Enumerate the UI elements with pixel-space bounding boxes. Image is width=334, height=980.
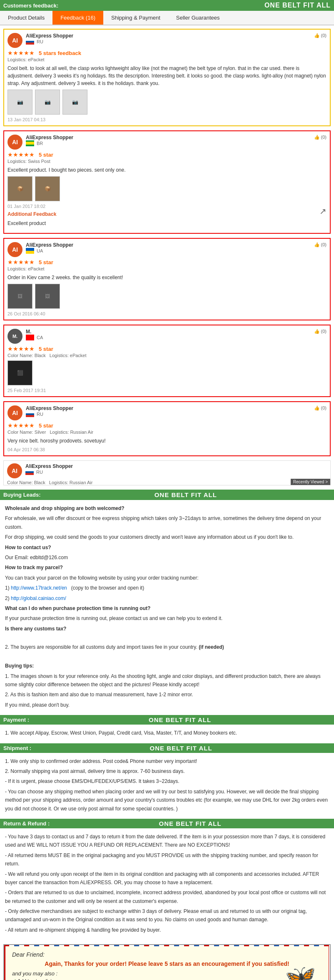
country-code: RU <box>36 470 43 475</box>
bl-line-1: Wholesale and drop shipping are both wel… <box>5 504 329 512</box>
review-card: 👍 (0) AI AliExpress Shopper UA ★★★★★ 5 s… <box>3 238 331 320</box>
bl-line-8: 1) http://www.17track.net/en (copy to th… <box>5 584 329 592</box>
buying-leads-label: Buying Leads: <box>3 492 41 498</box>
return-title: ONE BELT FIT ALL <box>159 820 222 827</box>
additional-feedback-text: Excellent product <box>7 220 327 227</box>
tab-shipping-payment[interactable]: Shipping & Payment <box>103 11 168 25</box>
butterfly-icon: 🦋 <box>285 963 316 980</box>
review-date: 04 Apr 2017 06:38 <box>7 447 327 452</box>
review-images: 🖼 🖼 <box>7 284 327 309</box>
buying-leads-header: Buying Leads: ONE BELT FIT ALL <box>0 490 334 500</box>
tab-product-details[interactable]: Product Details <box>0 11 52 25</box>
review-date: 01 Jan 2017 18:02 <box>7 204 327 209</box>
color-info: Color Name: Black Logistics: ePacket <box>7 353 327 358</box>
review-image: 📷 <box>35 90 60 115</box>
rr-line-3: - We will refund you only upon receipt o… <box>5 870 329 887</box>
reviewer-name: AliExpress Shopper <box>26 242 73 248</box>
tab-seller-guarantees[interactable]: Seller Guarantees <box>168 11 228 25</box>
reviewer-name: AliExpress Shopper <box>25 463 73 469</box>
avatar: AI <box>7 135 22 150</box>
review-image: 📦 <box>35 176 60 201</box>
review-card-partial: AI AliExpress Shopper RU Color Name: Bla… <box>3 460 331 485</box>
rating-label: 5 star <box>39 346 53 352</box>
review-date: 13 Jan 2017 04:13 <box>7 117 327 122</box>
color-info: Color Name: Silver Logistics: Russian Ai… <box>7 430 327 435</box>
logistics: Logistics: ePacket <box>7 266 327 271</box>
bl-line-6: How to track my parcel? <box>5 563 329 572</box>
dear-text: Dear Friend: <box>12 951 322 958</box>
review-image: 📦 <box>7 176 32 201</box>
bl-line-11: If your purchase protection time is runn… <box>5 614 329 622</box>
rating-label: 5 star <box>39 422 53 429</box>
rr-line-4: - Orders that are returned to us due to … <box>5 888 329 905</box>
shipment-label: Shipment : <box>3 745 31 751</box>
thanks-message: Again, Thanks for your order! Please lea… <box>12 960 322 967</box>
reviewer-name: AliExpress Shopper <box>26 33 73 39</box>
shipment-content: 1. We only ship to confirmed order addre… <box>0 753 334 819</box>
logistics: Logistics: ePacket <box>7 57 327 62</box>
return-refund-content: - You have 3 days to contact us and 7 da… <box>0 828 334 940</box>
bl-line-12: Is there any customs tax? <box>5 625 329 633</box>
review-text: Very nice belt. horoshy prodovets. sovet… <box>7 437 327 445</box>
bl-line-10: What can I do when purchase protection t… <box>5 604 329 612</box>
flag-icon <box>26 140 34 146</box>
bl-line-3: For drop shipping, we could send the goo… <box>5 533 329 541</box>
return-label: Return & Refund : <box>3 820 50 827</box>
review-text: Cool belt. to look at all well, the clas… <box>7 65 327 87</box>
thumbs-count: 👍 (0) <box>314 135 327 140</box>
stars: ★★★★★ <box>7 345 35 352</box>
review-image: 🖼 <box>35 284 60 309</box>
stars: ★★★★★ <box>7 50 35 56</box>
customers-label: Customers feedback: <box>3 2 58 9</box>
country-code: CA <box>37 335 43 340</box>
payment-header: Payment : ONE BELT FIT ALL <box>0 715 334 725</box>
flag-icon <box>26 335 34 340</box>
checklist-item-1: ✓ Add to store list <box>12 978 322 980</box>
thumbs-count: 👍 (0) <box>314 405 327 411</box>
buying-leads-content: Wholesale and drop shipping are both wel… <box>0 500 334 715</box>
bl-line-15: 1. The images shown is for your referenc… <box>5 672 329 689</box>
bl-line-4: How to contact us? <box>5 543 329 552</box>
stars: ★★★★★ <box>7 259 35 265</box>
review-image: 🖼 <box>7 284 32 309</box>
rr-line-1: - You have 3 days to contact us and 7 da… <box>5 832 329 850</box>
review-text: Excellent product. I bought two pieces. … <box>7 166 327 174</box>
shipment-line-3: - If it is urgent, please choose EMS/DHL… <box>5 777 329 785</box>
payment-text: 1. We accept Alipay, Escrow, West Union,… <box>5 729 329 737</box>
rating-label: 5 star <box>39 152 53 158</box>
tabs-bar: Product Details Feedback (16) Shipping &… <box>0 11 334 25</box>
review-card: 👍 (0) AI AliExpress Shopper RU ★★★★★ 5 s… <box>3 29 331 126</box>
rating-label: 5 star <box>39 259 53 265</box>
tracking-link-2[interactable]: http://global.cainiao.com/ <box>11 595 66 601</box>
bl-line-5: Our Email: edbltd@126.com <box>5 553 329 562</box>
flag-icon <box>26 248 34 254</box>
review-image: 📷 <box>7 90 32 115</box>
payment-title: ONE BELT FIT ALL <box>149 716 211 723</box>
reviewer-name: M. <box>26 329 43 335</box>
cursor-icon: ↗ <box>319 206 327 216</box>
recently-viewed-badge[interactable]: Recently Viewed > <box>291 479 330 485</box>
country-code: RU <box>37 412 43 417</box>
bl-line-17: If you mind, please don't buy. <box>5 701 329 709</box>
bl-line-14: Buying tips: <box>5 662 329 670</box>
avatar: AI <box>7 33 22 48</box>
tab-feedback[interactable]: Feedback (16) <box>52 11 103 25</box>
header-title: ONE BELT FIT ALL <box>264 2 331 9</box>
avatar: AI <box>7 463 22 478</box>
rr-line-6: - All return and re-shipment shipping & … <box>5 926 329 934</box>
shipment-line-4: - You can choose any shipping method whe… <box>5 788 329 813</box>
tracking-link-1[interactable]: http://www.17track.net/en <box>11 585 67 591</box>
stars: ★★★★★ <box>7 151 35 158</box>
review-card: 👍 (0) AI AliExpress Shopper BR ★★★★★ 5 s… <box>3 130 331 234</box>
review-card: 👍 (0) AI AliExpress Shopper RU ★★★★★ 5 s… <box>3 401 331 456</box>
reviews-container: 👍 (0) AI AliExpress Shopper RU ★★★★★ 5 s… <box>0 25 334 490</box>
country-code: BR <box>37 141 43 146</box>
country-code: UA <box>37 248 43 253</box>
reviewer-name: AliExpress Shopper <box>26 405 73 411</box>
avatar: M. <box>7 329 22 344</box>
rr-line-2: - All returned items MUST BE in the orig… <box>5 851 329 868</box>
review-text: Order in Kiev came 2 weeks. the quality … <box>7 274 327 281</box>
shipment-line-2: 2. Normally shipping via post airmail, d… <box>5 767 329 775</box>
thumbs-count: 👍 (0) <box>314 242 327 248</box>
payment-label: Payment : <box>3 717 29 723</box>
